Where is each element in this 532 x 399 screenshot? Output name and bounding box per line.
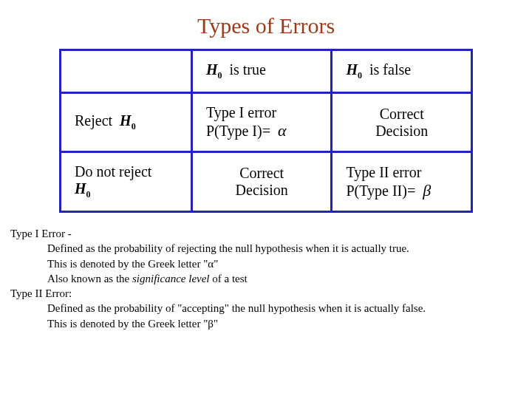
- header-true: H0 is true: [191, 50, 332, 93]
- cell-type2: Type II error P(Type II)= β: [332, 152, 472, 212]
- cell-correct: Correct Decision: [191, 152, 332, 212]
- type1-aka: Also known as the significance level of …: [47, 271, 532, 286]
- cell-line: Decision: [236, 182, 288, 198]
- header-false: H0 is false: [332, 50, 472, 93]
- table-row: Do not reject H0 Correct Decision Type I…: [61, 152, 472, 212]
- cell-line: P(Type I)=: [206, 123, 270, 139]
- table-row: Reject H0 Type I error P(Type I)= α Corr…: [61, 93, 472, 152]
- alpha-symbol: α: [278, 121, 287, 140]
- h0-symbol: H0: [120, 112, 136, 129]
- row-noreject-label: Do not reject H0: [61, 152, 192, 212]
- header-empty: [61, 50, 192, 93]
- cell-line: Type I error: [206, 104, 276, 120]
- header-true-text: is true: [229, 61, 265, 78]
- h0-symbol: H0: [75, 180, 91, 197]
- reject-text: Reject: [75, 112, 112, 129]
- h0-symbol: H0: [206, 61, 222, 78]
- type1-def: Defined as the probability of rejecting …: [47, 241, 532, 256]
- h0-symbol: H0: [346, 61, 362, 78]
- cell-line: Correct: [380, 106, 424, 122]
- type2-def: Defined as the probability of "accepting…: [47, 301, 532, 316]
- row-reject-label: Reject H0: [61, 93, 192, 152]
- errors-table: H0 is true H0 is false Reject H0 Type I …: [59, 49, 473, 213]
- cell-correct: Correct Decision: [332, 93, 472, 152]
- table-row: H0 is true H0 is false: [61, 50, 472, 93]
- beta-symbol: β: [423, 181, 431, 200]
- cell-line: Type II error: [346, 164, 421, 180]
- type2-heading: Type II Error:: [10, 286, 532, 301]
- cell-type1: Type I error P(Type I)= α: [191, 93, 332, 152]
- type1-symbol-line: This is denoted by the Greek letter "α": [47, 256, 532, 271]
- cell-line: P(Type II)=: [346, 183, 415, 199]
- cell-line: Decision: [375, 123, 428, 139]
- header-false-text: is false: [369, 61, 411, 78]
- type1-heading: Type I Error -: [10, 226, 532, 241]
- page-title: Types of Errors: [0, 13, 532, 38]
- cell-line: Correct: [239, 165, 284, 181]
- definitions: Type I Error - Defined as the probabilit…: [10, 226, 532, 331]
- type2-symbol-line: This is denoted by the Greek letter "β": [47, 316, 532, 331]
- noreject-text: Do not reject: [75, 163, 151, 180]
